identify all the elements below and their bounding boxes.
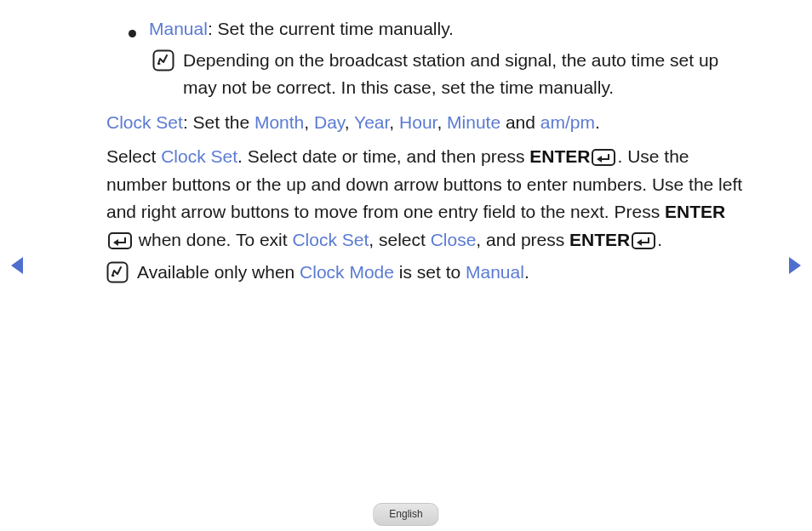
- document-content: Manual: Set the current time manually. D…: [106, 15, 744, 290]
- svg-rect-3: [592, 150, 615, 165]
- term-clock-mode: Clock Mode: [300, 262, 394, 282]
- svg-marker-1: [789, 257, 801, 274]
- note-broadcast: Depending on the broadcast station and s…: [152, 47, 744, 102]
- term-ampm: am/pm: [540, 112, 595, 132]
- term-manual-2: Manual: [466, 262, 524, 282]
- enter-icon: [108, 232, 132, 249]
- term-clock-set-3: Clock Set: [292, 230, 369, 249]
- term-clock-set-2: Clock Set: [161, 146, 237, 166]
- term-minute: Minute: [447, 112, 500, 132]
- term-close: Close: [431, 230, 477, 249]
- svg-marker-6: [113, 239, 118, 246]
- term-clock-set: Clock Set: [106, 112, 183, 132]
- note-icon: [106, 259, 137, 287]
- enter-label-2: ENTER: [665, 202, 725, 221]
- enter-label-3: ENTER: [569, 230, 630, 249]
- bullet-text: Manual: Set the current time manually.: [149, 15, 744, 43]
- enter-icon: [592, 149, 615, 166]
- term-manual: Manual: [149, 19, 208, 38]
- note-text-2: Available only when Clock Mode is set to…: [137, 259, 744, 287]
- note-availability: Available only when Clock Mode is set to…: [106, 259, 744, 287]
- note-text-1: Depending on the broadcast station and s…: [183, 47, 744, 102]
- term-month: Month: [254, 112, 304, 132]
- bullet-rest: : Set the current time manually.: [208, 19, 454, 38]
- next-page-button[interactable]: [786, 255, 802, 284]
- prev-page-button[interactable]: [10, 255, 26, 284]
- term-year: Year: [354, 112, 389, 132]
- note-icon: [152, 47, 183, 75]
- language-pill: English: [373, 503, 438, 526]
- clock-set-definition: Clock Set: Set the Month, Day, Year, Hou…: [106, 109, 744, 137]
- svg-marker-4: [597, 156, 602, 163]
- term-hour: Hour: [399, 112, 437, 132]
- enter-label-1: ENTER: [529, 146, 590, 166]
- bullet-icon: [129, 18, 149, 46]
- document-page: Manual: Set the current time manually. D…: [0, 0, 812, 531]
- svg-marker-8: [637, 239, 642, 246]
- bullet-manual: Manual: Set the current time manually.: [129, 15, 744, 43]
- clock-set-instructions: Select Clock Set. Select date or time, a…: [106, 143, 744, 254]
- enter-icon: [632, 232, 655, 249]
- term-day: Day: [314, 112, 345, 132]
- svg-rect-7: [632, 233, 655, 248]
- svg-marker-0: [11, 257, 23, 274]
- svg-rect-5: [109, 233, 131, 248]
